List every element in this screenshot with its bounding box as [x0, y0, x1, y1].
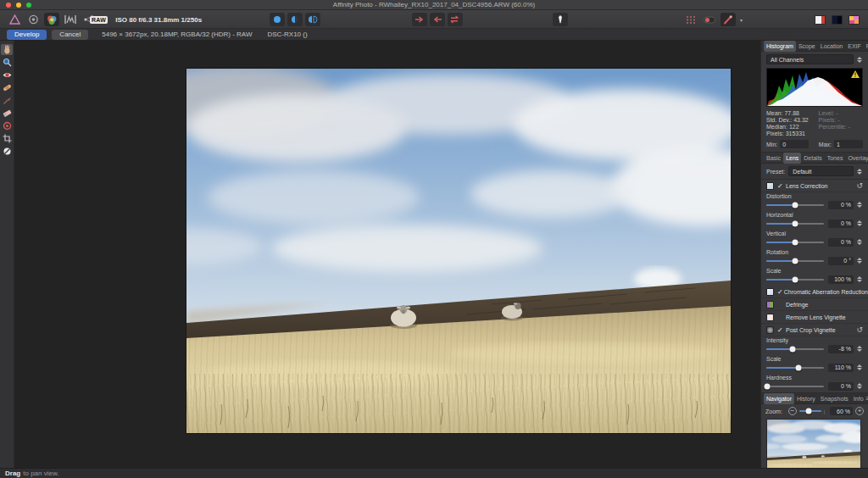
slider-thumb[interactable]	[796, 364, 802, 370]
photo-image[interactable]	[186, 69, 731, 433]
tab-histogram[interactable]: Histogram	[764, 41, 796, 52]
tab-focus[interactable]: Focus	[864, 41, 868, 52]
channel-select[interactable]: All Channels	[766, 54, 854, 64]
dark-swatch-icon[interactable]	[832, 15, 843, 25]
slider-track[interactable]	[766, 260, 824, 262]
tab-lens[interactable]: Lens	[783, 153, 801, 164]
tab-tones[interactable]: Tones	[825, 153, 846, 164]
tab-details[interactable]: Details	[801, 153, 824, 164]
adjustment-post-crop-vignette[interactable]: ✓ Post Crop Vignette ↺	[761, 324, 868, 336]
zoom-in-button[interactable]: +	[855, 407, 864, 415]
develop-button[interactable]: Develop	[7, 30, 47, 40]
clipping-warning-icon[interactable]	[851, 70, 860, 78]
checkbox-icon[interactable]: ✓	[777, 326, 785, 334]
zoom-out-button[interactable]: −	[788, 407, 797, 415]
split-view-icon[interactable]	[287, 13, 303, 26]
grid-overlay-icon[interactable]	[683, 13, 698, 26]
stepper-icon[interactable]	[856, 219, 863, 229]
slider-value[interactable]: 110 %	[828, 364, 854, 372]
zoom-value[interactable]: 60 %	[830, 407, 853, 415]
sync-arrows-icon[interactable]	[448, 13, 463, 26]
overlay-toggle-icon[interactable]	[702, 13, 717, 26]
assistant-icon[interactable]	[553, 13, 568, 26]
tab-exif[interactable]: EXIF	[845, 41, 864, 52]
minimize-button[interactable]	[16, 3, 21, 8]
stepper-icon[interactable]	[856, 275, 863, 285]
stepper-icon[interactable]	[856, 344, 863, 354]
tab-scope[interactable]: Scope	[796, 41, 818, 52]
slider-value[interactable]: 0 %	[828, 382, 854, 391]
slider-value[interactable]: -8 %	[828, 345, 854, 353]
stepper-icon[interactable]	[856, 237, 863, 247]
apply-arrow-icon[interactable]	[412, 13, 427, 26]
tab-navigator[interactable]: Navigator	[764, 393, 794, 404]
overlay-gradient-tool-icon[interactable]	[1, 120, 13, 131]
slider-value[interactable]: 0 %	[828, 201, 854, 209]
preset-select[interactable]: Default	[788, 166, 854, 176]
overlay-erase-tool-icon[interactable]	[1, 108, 13, 119]
tab-snapshots[interactable]: Snapshots	[818, 393, 851, 404]
overlay-paint-brush-tool-icon[interactable]	[1, 95, 13, 106]
stepper-icon[interactable]	[856, 381, 863, 392]
cancel-button[interactable]: Cancel	[52, 30, 88, 40]
revert-arrow-icon[interactable]	[430, 13, 445, 26]
slider-track[interactable]	[766, 386, 824, 387]
slider-thumb[interactable]	[793, 276, 798, 282]
slider-thumb[interactable]	[793, 239, 798, 245]
slider-thumb[interactable]	[793, 258, 798, 264]
checkbox-icon[interactable]: ✓	[777, 288, 783, 296]
adjustment-remove-lens-vignette[interactable]: ✓ Remove Lens Vignette	[761, 311, 868, 324]
mirror-view-icon[interactable]	[305, 13, 320, 26]
document-canvas[interactable]	[14, 41, 760, 468]
slider-thumb[interactable]	[793, 220, 798, 226]
slider-thumb[interactable]	[793, 202, 798, 208]
tab-info[interactable]: Info	[851, 393, 866, 404]
stepper-icon[interactable]	[856, 256, 863, 266]
tab-location[interactable]: Location	[818, 41, 845, 52]
channel-stepper-icon[interactable]	[856, 54, 863, 64]
slider-value[interactable]: 0 %	[828, 238, 854, 247]
slider-value[interactable]: 100 %	[828, 275, 854, 284]
slider-track[interactable]	[766, 204, 824, 206]
slider-value[interactable]: 0 °	[828, 257, 854, 265]
zoom-slider[interactable]	[799, 410, 821, 412]
max-input[interactable]: 1	[834, 140, 863, 148]
slider-track[interactable]	[766, 367, 824, 369]
slider-track[interactable]	[766, 223, 824, 225]
tone-mapping-persona-icon[interactable]	[63, 13, 78, 26]
histogram-display[interactable]	[766, 68, 863, 107]
brush-dropdown-chevron-icon[interactable]: ▾	[740, 17, 743, 23]
tab-history[interactable]: History	[794, 393, 818, 404]
single-view-icon[interactable]	[270, 13, 285, 26]
reset-icon[interactable]: ↺	[856, 181, 863, 190]
adjustment-lens-correction[interactable]: ✓ Lens Correction ↺	[761, 180, 868, 192]
tab-overlays[interactable]: Overlays	[845, 153, 868, 164]
white-balance-tool-icon[interactable]	[1, 146, 13, 157]
close-button[interactable]	[6, 3, 11, 8]
navigator-thumbnail[interactable]	[766, 419, 861, 475]
slider-track[interactable]	[766, 242, 824, 243]
crop-tool-icon[interactable]	[1, 133, 13, 144]
slider-thumb[interactable]	[790, 346, 796, 352]
proof-swatch-icon[interactable]	[815, 15, 826, 25]
photo-persona-icon[interactable]	[7, 13, 22, 26]
liquify-persona-icon[interactable]	[25, 13, 41, 26]
red-eye-removal-tool-icon[interactable]	[1, 69, 13, 81]
stepper-icon[interactable]	[856, 200, 863, 210]
adjustment-chromatic-aberration-reduction[interactable]: ✓ Chromatic Aberration Reduction	[761, 286, 868, 298]
zoom-tool-icon[interactable]	[1, 57, 13, 68]
maximize-button[interactable]	[26, 3, 31, 8]
tab-basic[interactable]: Basic	[764, 153, 783, 164]
reset-icon[interactable]: ↺	[856, 325, 863, 334]
slider-track[interactable]	[766, 348, 824, 350]
develop-persona-icon[interactable]	[44, 13, 59, 26]
slider-value[interactable]: 0 %	[828, 220, 854, 228]
slider-track[interactable]	[766, 279, 824, 281]
min-input[interactable]: 0	[780, 140, 809, 148]
color-checker-icon[interactable]	[849, 15, 860, 25]
overlay-brush-icon[interactable]	[721, 13, 736, 26]
adjustment-defringe[interactable]: ✓ Defringe	[761, 298, 868, 311]
view-tool-icon[interactable]	[1, 44, 13, 55]
checkbox-icon[interactable]: ✓	[777, 182, 785, 190]
stepper-icon[interactable]	[856, 363, 863, 373]
